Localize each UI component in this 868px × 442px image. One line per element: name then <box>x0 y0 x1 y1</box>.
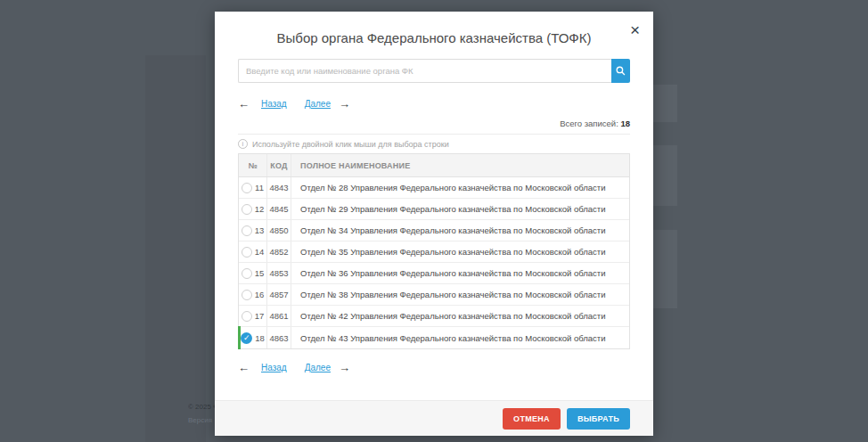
records-total-label: Всего записей: <box>560 119 618 128</box>
records-total-value: 18 <box>620 119 630 128</box>
table-row[interactable]: 12 4845 Отдел № 29 Управления Федерально… <box>239 199 629 220</box>
row-number: 12 <box>255 204 265 214</box>
header-code: КОД <box>267 154 291 176</box>
background-page-fragment <box>653 145 677 206</box>
pagination-prev-link[interactable]: Назад <box>261 99 287 109</box>
modal-footer: ОТМЕНА ВЫБРАТЬ <box>215 400 653 436</box>
row-code: 4861 <box>267 306 291 326</box>
row-number: 18 <box>255 333 265 343</box>
background-sidebar-shadow <box>145 55 206 442</box>
row-number: 16 <box>255 290 265 299</box>
info-icon: i <box>238 139 248 149</box>
close-icon[interactable]: × <box>630 21 640 38</box>
background-page-fragment <box>653 230 677 308</box>
background-version-text: Версия <box>188 416 216 424</box>
table-body: 11 4843 Отдел № 28 Управления Федерально… <box>239 177 629 348</box>
background-copyright-text: © 2025 Ф <box>188 403 216 411</box>
pagination-next-link[interactable]: Далее <box>305 363 331 372</box>
search-button[interactable] <box>611 59 630 83</box>
arrow-right-icon[interactable]: → <box>339 100 350 109</box>
table-row[interactable]: 14 4852 Отдел № 35 Управления Федерально… <box>239 241 629 263</box>
pagination-next-link[interactable]: Далее <box>305 99 331 109</box>
row-code: 4857 <box>267 284 291 305</box>
row-name: Отдел № 38 Управления Федерального казна… <box>291 284 629 305</box>
row-number: 11 <box>255 183 264 192</box>
divider <box>238 134 630 135</box>
row-number: 13 <box>255 225 265 235</box>
cancel-button[interactable]: ОТМЕНА <box>503 408 561 430</box>
row-code: 4845 <box>267 199 291 219</box>
table-row[interactable]: 17 4861 Отдел № 42 Управления Федерально… <box>239 306 629 327</box>
modal-body: × Выбор органа Федерального казначейства… <box>215 12 653 400</box>
hint-text: Используйте двойной клик мыши для выбора… <box>252 140 449 149</box>
row-code: 4852 <box>267 241 291 262</box>
row-radio[interactable] <box>242 311 252 322</box>
row-radio[interactable] <box>242 247 252 258</box>
row-code: 4863 <box>267 327 291 348</box>
row-name: Отдел № 36 Управления Федерального казна… <box>291 263 629 283</box>
row-radio[interactable] <box>242 204 252 215</box>
double-click-hint: i Используйте двойной клик мыши для выбо… <box>238 139 630 149</box>
row-radio[interactable] <box>242 268 252 279</box>
row-code: 4843 <box>267 177 291 198</box>
header-number: № <box>239 154 267 176</box>
table-row[interactable]: 13 4850 Отдел № 34 Управления Федерально… <box>239 220 629 241</box>
table-row[interactable]: ✓ 18 4863 Отдел № 43 Управления Федераль… <box>239 327 629 348</box>
table-row[interactable]: 15 4853 Отдел № 36 Управления Федерально… <box>239 263 629 284</box>
row-name: Отдел № 29 Управления Федерального казна… <box>291 199 629 219</box>
row-name: Отдел № 34 Управления Федерального казна… <box>291 220 629 241</box>
background-page-fragment <box>653 85 677 122</box>
pagination-bottom: ← Назад Далее → <box>238 362 630 373</box>
select-button[interactable]: ВЫБРАТЬ <box>567 408 630 430</box>
pagination-top: ← Назад Далее → <box>238 98 630 110</box>
row-code: 4853 <box>267 263 291 283</box>
row-name: Отдел № 35 Управления Федерального казна… <box>291 241 629 262</box>
search-input[interactable] <box>238 59 611 83</box>
search-icon <box>616 66 626 76</box>
table-row[interactable]: 11 4843 Отдел № 28 Управления Федерально… <box>239 177 629 199</box>
header-name: ПОЛНОЕ НАИМЕНОВАНИЕ <box>291 154 629 176</box>
pagination-prev-link[interactable]: Назад <box>261 363 287 372</box>
row-number: 17 <box>255 311 265 321</box>
row-radio[interactable] <box>242 183 252 193</box>
search-row <box>238 59 630 83</box>
table-row[interactable]: 16 4857 Отдел № 38 Управления Федерально… <box>239 284 629 306</box>
row-radio[interactable] <box>242 290 252 300</box>
row-name: Отдел № 28 Управления Федерального казна… <box>291 177 629 198</box>
row-code: 4850 <box>267 220 291 241</box>
row-radio[interactable] <box>242 225 252 236</box>
tofk-table: № КОД ПОЛНОЕ НАИМЕНОВАНИЕ 11 4843 Отдел … <box>238 153 630 349</box>
modal-title: Выбор органа Федерального казначейства (… <box>238 30 630 45</box>
table-header: № КОД ПОЛНОЕ НАИМЕНОВАНИЕ <box>239 154 629 177</box>
row-number: 14 <box>255 247 265 257</box>
arrow-left-icon[interactable]: ← <box>238 364 250 372</box>
row-radio-checked-icon[interactable]: ✓ <box>241 332 252 344</box>
row-name: Отдел № 43 Управления Федерального казна… <box>291 327 629 348</box>
records-total: Всего записей: 18 <box>238 119 630 128</box>
row-number: 15 <box>255 268 265 278</box>
tofk-select-modal: × Выбор органа Федерального казначейства… <box>215 12 653 436</box>
row-name: Отдел № 42 Управления Федерального казна… <box>291 306 629 326</box>
arrow-left-icon[interactable]: ← <box>238 100 250 109</box>
arrow-right-icon[interactable]: → <box>339 364 350 372</box>
